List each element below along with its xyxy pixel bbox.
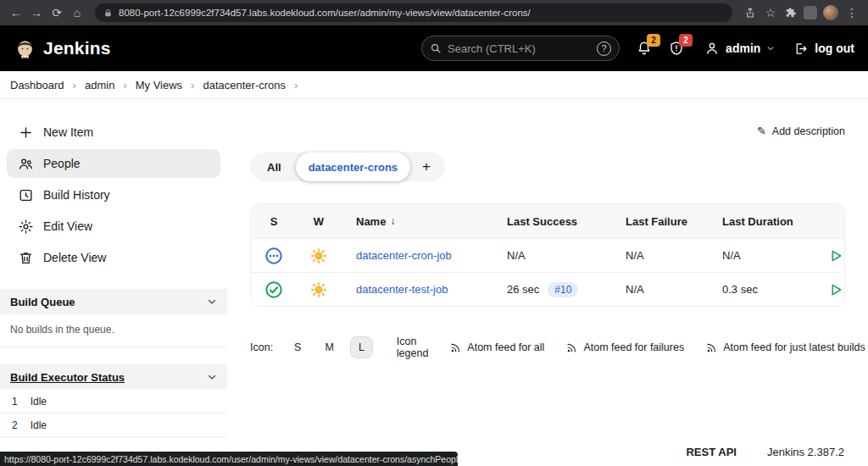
bookmark-star-icon[interactable]: ☆ xyxy=(761,3,780,22)
address-bar[interactable]: 8080-port-12c6999c2f734d57.labs.kodeklou… xyxy=(95,3,732,22)
column-header-name-label: Name xyxy=(356,215,386,228)
notifications-button[interactable]: 2 xyxy=(637,41,652,56)
logout-icon xyxy=(793,42,808,56)
tab-datacenter-crons[interactable]: datacenter-crons xyxy=(296,153,410,181)
trash-icon xyxy=(18,250,34,266)
executor-row: 1 Idle xyxy=(0,390,227,413)
security-warnings-button[interactable]: 2 xyxy=(669,41,684,56)
breadcrumb: Dashboard › admin › My Views › datacente… xyxy=(0,71,868,99)
build-number-badge[interactable]: #10 xyxy=(548,282,578,297)
page-content: New Item People Build History Edit View … xyxy=(0,99,868,466)
column-header-last-success[interactable]: Last Success xyxy=(507,215,626,228)
atom-feed-all-link[interactable]: Atom feed for all xyxy=(450,341,544,353)
column-header-weather[interactable]: W xyxy=(297,215,341,228)
pinned-extension-icon[interactable] xyxy=(804,6,817,19)
last-success-value: 26 sec xyxy=(507,283,539,296)
executor-number: 1 xyxy=(12,396,18,408)
sidebar-item-people[interactable]: People xyxy=(7,149,220,178)
job-table: S W Name ↓ Last Success Last Failure Las… xyxy=(250,203,845,307)
sidebar-item-build-history[interactable]: Build History xyxy=(7,180,220,209)
icon-size-small[interactable]: S xyxy=(287,337,309,358)
sidebar-item-label: People xyxy=(43,157,81,170)
sort-descending-icon: ↓ xyxy=(390,215,395,227)
atom-feed-latest-link[interactable]: Atom feed for just latest builds xyxy=(706,341,865,353)
sidebar-item-new-item[interactable]: New Item xyxy=(7,118,220,147)
sidebar-item-edit-view[interactable]: Edit View xyxy=(7,212,220,241)
weather-sun-icon[interactable] xyxy=(297,247,341,264)
user-menu[interactable]: admin xyxy=(704,41,775,56)
view-tabs: All datacenter-crons + xyxy=(250,153,445,181)
home-icon[interactable]: ⌂ xyxy=(68,3,86,22)
refresh-icon[interactable]: ⟳ xyxy=(47,3,66,22)
back-icon[interactable]: ← xyxy=(7,3,25,22)
build-queue-section-header[interactable]: Build Queue xyxy=(0,289,227,314)
extensions-puzzle-icon[interactable] xyxy=(782,3,800,22)
column-header-last-duration[interactable]: Last Duration xyxy=(722,215,817,228)
executor-number: 2 xyxy=(12,419,18,431)
share-icon[interactable] xyxy=(741,3,760,22)
feed-label: Atom feed for failures xyxy=(583,341,684,353)
icon-size-label: Icon: xyxy=(250,341,273,353)
icon-legend-link[interactable]: Icon legend xyxy=(397,336,429,359)
column-header-status[interactable]: S xyxy=(251,215,297,228)
sidebar-item-delete-view[interactable]: Delete View xyxy=(7,243,220,272)
chevron-right-icon: › xyxy=(73,79,76,92)
icon-size-medium[interactable]: M xyxy=(317,337,341,358)
breadcrumb-admin[interactable]: admin xyxy=(81,76,118,94)
last-duration-value: 0.3 sec xyxy=(722,283,758,296)
search-help-icon[interactable]: ? xyxy=(597,42,611,56)
new-view-tab-button[interactable]: + xyxy=(412,153,441,181)
column-header-name[interactable]: Name ↓ xyxy=(341,215,507,228)
atom-feed-failures-link[interactable]: Atom feed for failures xyxy=(566,341,684,353)
search-box[interactable]: ? xyxy=(421,36,620,61)
tab-all[interactable]: All xyxy=(254,153,294,181)
pencil-icon: ✎ xyxy=(757,125,766,137)
breadcrumb-dashboard[interactable]: Dashboard xyxy=(7,76,68,94)
user-icon xyxy=(704,41,720,56)
status-icon-success[interactable] xyxy=(251,280,297,299)
chevron-down-icon xyxy=(766,44,775,53)
browser-profile-avatar[interactable] xyxy=(823,5,838,20)
user-name: admin xyxy=(726,42,760,55)
jenkins-home-link[interactable]: Jenkins xyxy=(14,37,111,60)
column-header-last-failure[interactable]: Last Failure xyxy=(626,215,722,228)
job-link[interactable]: datacenter-cron-job xyxy=(356,249,452,262)
jenkins-butler-icon xyxy=(14,37,36,60)
logout-button[interactable]: log out xyxy=(793,42,854,56)
executor-state: Idle xyxy=(31,396,47,408)
status-icon-pending[interactable] xyxy=(251,247,297,265)
rest-api-link[interactable]: REST API xyxy=(686,446,736,458)
chevron-down-icon xyxy=(207,297,217,307)
browser-chrome: ← → ⟳ ⌂ 8080-port-12c6999c2f734d57.labs.… xyxy=(0,0,868,25)
plus-icon xyxy=(18,125,34,141)
icon-size-large[interactable]: L xyxy=(350,336,373,358)
sidebar: New Item People Build History Edit View … xyxy=(0,99,227,466)
breadcrumb-view[interactable]: datacenter-crons xyxy=(199,76,289,94)
jenkins-header: Jenkins ? 2 2 admin log out xyxy=(0,25,868,71)
executor-status-section-header[interactable]: Build Executor Status xyxy=(0,364,227,390)
table-row: datacenter-cron-job N/A N/A N/A xyxy=(251,238,844,272)
executor-state: Idle xyxy=(31,419,47,431)
executor-status-title: Build Executor Status xyxy=(10,371,125,384)
executor-row: 2 Idle xyxy=(0,413,227,437)
run-build-button[interactable] xyxy=(817,248,845,264)
add-description-button[interactable]: ✎ Add description xyxy=(757,125,845,137)
browser-menu-icon[interactable]: ⋮ xyxy=(843,3,861,22)
gear-icon xyxy=(18,219,34,235)
feed-label: Atom feed for just latest builds xyxy=(723,341,865,353)
forward-icon[interactable]: → xyxy=(27,3,46,22)
build-queue-empty-message: No builds in the queue. xyxy=(0,314,227,347)
chevron-right-icon: › xyxy=(191,79,194,92)
run-build-button[interactable] xyxy=(817,282,845,297)
play-icon xyxy=(828,248,843,264)
people-icon xyxy=(18,156,34,172)
jenkins-version: Jenkins 2.387.2 xyxy=(767,446,844,458)
breadcrumb-my-views[interactable]: My Views xyxy=(132,76,186,94)
chevron-down-icon xyxy=(207,372,217,382)
job-link[interactable]: datacenter-test-job xyxy=(356,283,448,296)
last-failure-value: N/A xyxy=(626,283,644,296)
table-row: datacenter-test-job 26 sec #10 N/A 0.3 s… xyxy=(251,272,844,306)
search-input[interactable] xyxy=(448,42,591,55)
weather-sun-icon[interactable] xyxy=(297,281,341,298)
sidebar-item-label: New Item xyxy=(43,125,93,139)
